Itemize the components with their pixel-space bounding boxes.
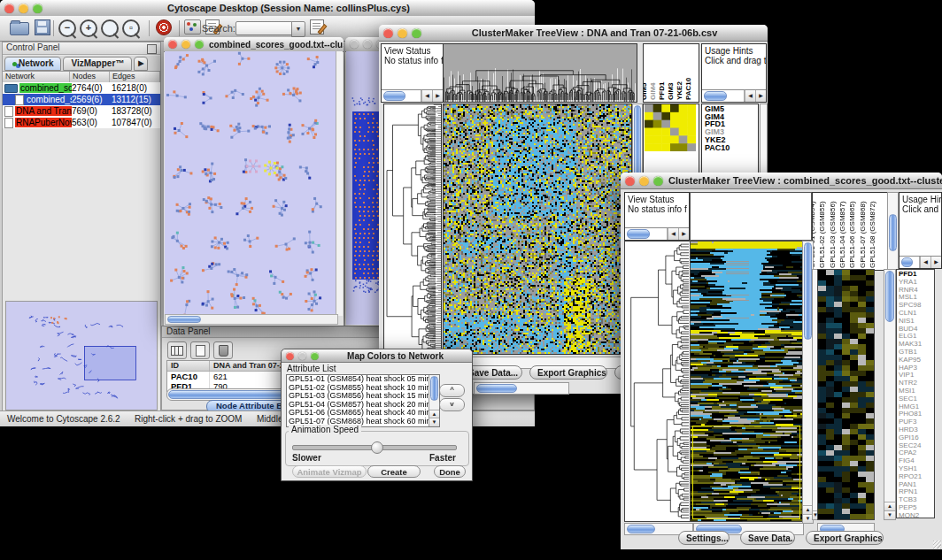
column-dendrogram-canvas[interactable]: [443, 43, 637, 103]
scroll-right-icon[interactable]: ▶: [678, 228, 689, 240]
minimize-icon[interactable]: [181, 40, 190, 49]
dialog-title-bar[interactable]: Map Colors to Network: [282, 349, 472, 363]
global-heatmap-canvas[interactable]: [443, 104, 632, 355]
scrollbar-thumb[interactable]: [704, 91, 727, 101]
tab-network[interactable]: Network: [4, 57, 61, 71]
move-up-button[interactable]: ^: [439, 384, 465, 397]
mini-hscrollbar[interactable]: ◀▶: [702, 89, 766, 102]
scroll-left-icon[interactable]: ◀: [920, 257, 930, 268]
network-list-row[interactable]: DNA and Tran 07769(0)183728(0): [3, 105, 160, 117]
settings-button[interactable]: Settings...: [678, 531, 730, 545]
minimize-icon[interactable]: [298, 352, 306, 360]
column-label[interactable]: GPL51-03 (GSM856): [829, 201, 837, 268]
donebutton[interactable]: Done: [434, 465, 466, 478]
maximize-icon[interactable]: [195, 40, 204, 49]
column-label[interactable]: GPL51-08 (GSM872): [869, 201, 876, 268]
save-icon[interactable]: [35, 19, 50, 35]
network-list-row[interactable]: RNAPuberNov2+563(0)107847(0): [3, 117, 160, 128]
slider-thumb[interactable]: [371, 441, 383, 454]
maximize-icon[interactable]: [311, 352, 319, 360]
close-icon[interactable]: [286, 352, 294, 360]
scrollbar-thumb[interactable]: [901, 257, 913, 267]
gene-label[interactable]: MON2: [899, 512, 934, 518]
export-graphics-button[interactable]: Export Graphics...: [529, 365, 607, 380]
row-dendrogram-canvas[interactable]: [624, 241, 691, 522]
close-icon[interactable]: [625, 176, 635, 186]
zoom-selected-icon[interactable]: [101, 19, 119, 37]
column-label[interactable]: GIM4: [649, 82, 657, 100]
mini-hscrollbar[interactable]: ◀▶: [382, 89, 443, 102]
scrollbar-thumb[interactable]: [804, 242, 812, 340]
column-header-id[interactable]: ID: [167, 361, 210, 371]
maximize-icon[interactable]: [653, 176, 663, 186]
scroll-down-icon[interactable]: ▼: [429, 418, 439, 426]
resize-grip[interactable]: [933, 541, 941, 548]
tab-overflow-arrow[interactable]: ▶: [134, 57, 148, 71]
minimize-icon[interactable]: [639, 176, 649, 186]
main-title-bar[interactable]: Cytoscape Desktop (Session Name: collins…: [0, 0, 535, 17]
close-icon[interactable]: [350, 40, 359, 49]
new-attribute-icon[interactable]: [190, 341, 210, 359]
delete-attribute-icon[interactable]: [213, 341, 233, 359]
scrollbar-thumb[interactable]: [383, 91, 405, 101]
close-icon[interactable]: [4, 4, 14, 13]
row-label[interactable]: PAC10: [705, 144, 758, 152]
network-list-row[interactable]: combined_sco2569(6)13112(15): [3, 94, 160, 105]
zoom-fit-icon[interactable]: ▫: [122, 19, 140, 37]
treeview1-title-bar[interactable]: ClusterMaker TreeView : DNA and Tran 07-…: [379, 25, 768, 42]
scrollbar-thumb[interactable]: [627, 229, 650, 239]
scrollbar-thumb[interactable]: [430, 376, 438, 401]
row-dendrogram-canvas[interactable]: [383, 104, 442, 355]
search-combo-arrow-icon[interactable]: ▼: [291, 21, 305, 37]
column-label[interactable]: GPL51-06 (GSM865): [848, 201, 856, 268]
minimize-icon[interactable]: [363, 40, 372, 49]
column-label[interactable]: GPL51-02 (GSM855): [818, 201, 826, 268]
minimize-icon[interactable]: [19, 4, 28, 13]
column-label[interactable]: YKE2: [676, 81, 683, 100]
network-overview-canvas[interactable]: [5, 301, 158, 410]
search-input[interactable]: [236, 21, 292, 35]
scroll-right-icon[interactable]: ▶: [432, 90, 443, 102]
scrollbar-thumb[interactable]: [627, 525, 655, 533]
scroll-left-icon[interactable]: ◀: [668, 228, 678, 240]
float-panel-icon[interactable]: [147, 44, 157, 54]
attribute-list[interactable]: GPL51-01 (GSM854) heat shock 05 minGPL51…: [286, 374, 440, 427]
zoom-vscrollbar[interactable]: ▲ ▼: [884, 269, 896, 520]
network-view-canvas[interactable]: [165, 51, 336, 315]
export-graphics-button[interactable]: Export Graphics...: [806, 531, 884, 545]
scroll-down-icon[interactable]: ▼: [884, 510, 895, 519]
scrollbar-thumb[interactable]: [167, 316, 201, 323]
mini-hscrollbar[interactable]: ◀▶: [900, 256, 941, 268]
table-icon[interactable]: [167, 341, 187, 359]
mini-hscrollbar[interactable]: ◀▶: [625, 227, 689, 240]
network1-title-bar[interactable]: combined_scores_good.txt--cluste...: [164, 37, 344, 52]
column-dendrogram-area[interactable]: [690, 192, 812, 241]
bottom-mini-hscrollbar[interactable]: [474, 382, 569, 395]
scrollbar-thumb[interactable]: [476, 384, 517, 393]
column-label[interactable]: GPL51-04 (GSM857): [838, 201, 846, 268]
move-down-button[interactable]: v: [439, 398, 465, 411]
maximize-icon[interactable]: [33, 4, 42, 13]
save-data-button[interactable]: Save Data...: [740, 531, 795, 545]
column-label[interactable]: PFD1: [658, 82, 666, 100]
scrollbar-thumb[interactable]: [889, 214, 897, 251]
zoom-heatmap-canvas[interactable]: [645, 104, 696, 151]
column-label[interactable]: GIM5: [643, 82, 648, 100]
help-ring-icon[interactable]: [156, 19, 172, 35]
animation-speed-slider[interactable]: [292, 445, 457, 450]
tab-vizmapper[interactable]: VizMapper™: [63, 57, 132, 71]
close-icon[interactable]: [383, 28, 393, 38]
list-vscrollbar[interactable]: ▲ ▼: [429, 375, 439, 426]
plugin-manager-icon[interactable]: [184, 19, 201, 35]
minimize-icon[interactable]: [398, 28, 407, 38]
create-vizmapbutton[interactable]: Create Vizmap: [367, 465, 421, 478]
zoom-heatmap-canvas[interactable]: [817, 269, 875, 520]
column-label[interactable]: GIM3: [667, 82, 675, 100]
column-label[interactable]: PAC10: [684, 78, 692, 100]
network-list-row[interactable]: combined_scores2764(0)16218(0): [3, 82, 160, 94]
open-folder-icon[interactable]: [10, 22, 29, 35]
close-icon[interactable]: [168, 40, 177, 49]
scroll-right-icon[interactable]: ▶: [930, 257, 941, 268]
maximize-icon[interactable]: [412, 28, 421, 38]
scroll-left-icon[interactable]: ◀: [421, 90, 432, 102]
